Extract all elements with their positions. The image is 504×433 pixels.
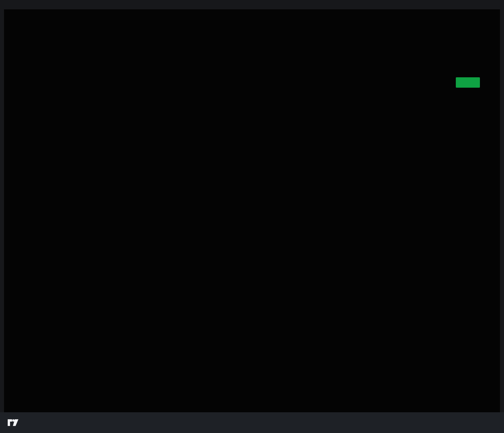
last-price-badge — [456, 77, 480, 88]
chart-header — [0, 0, 504, 9]
tradingview-logo-icon[interactable] — [7, 418, 19, 428]
chart-graphics — [0, 0, 504, 433]
footer-bar — [0, 412, 504, 433]
tradingview-chart-screenshot — [0, 0, 504, 433]
